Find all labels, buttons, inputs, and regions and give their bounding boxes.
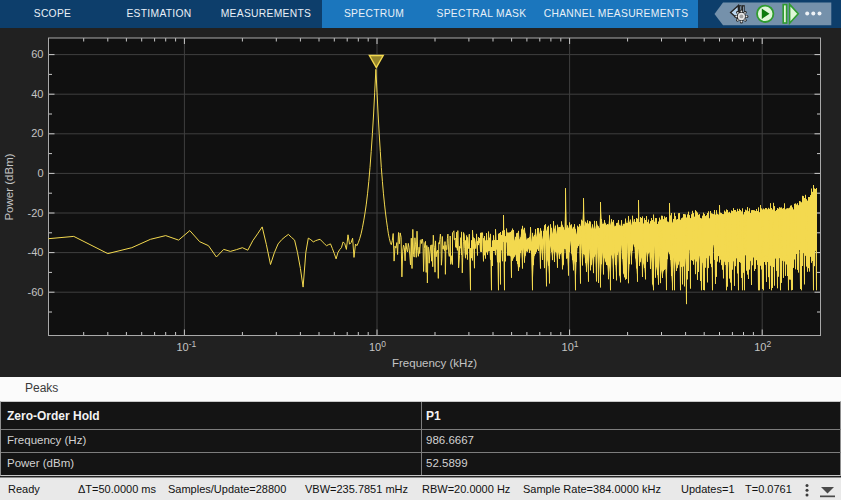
svg-text:Power (dBm): Power (dBm) [3,153,15,220]
svg-text:-60: -60 [28,286,44,298]
svg-text:-20: -20 [28,207,44,219]
svg-text:0: 0 [37,167,43,179]
svg-text:40: 40 [31,88,43,100]
svg-text:100: 100 [369,339,386,353]
svg-text:Frequency (kHz): Frequency (kHz) [392,357,477,369]
svg-text:60: 60 [31,48,43,60]
svg-text:10-1: 10-1 [176,339,196,353]
svg-text:20: 20 [31,127,43,139]
svg-text:102: 102 [754,339,771,353]
svg-text:-40: -40 [28,246,44,258]
svg-text:101: 101 [562,339,579,353]
